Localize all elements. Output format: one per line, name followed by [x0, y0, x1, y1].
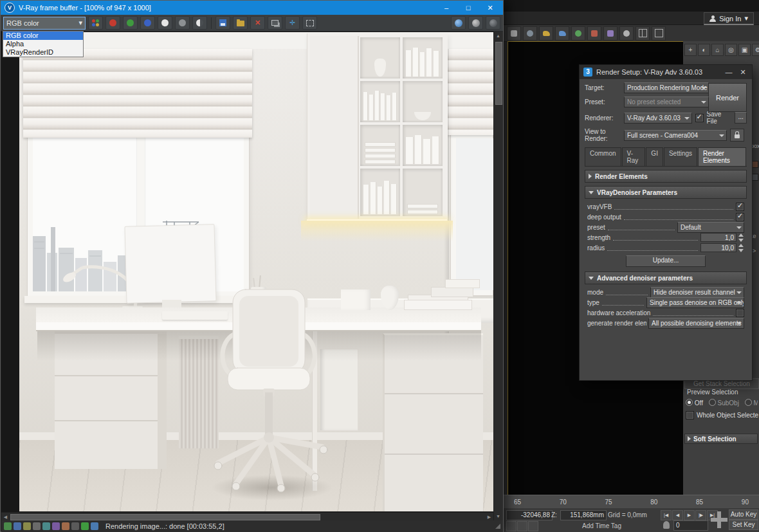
save-image-icon[interactable]	[215, 16, 230, 30]
duplicate-buffer-icon[interactable]	[268, 16, 282, 30]
minimize-icon[interactable]: –	[437, 4, 455, 12]
statusbar-mini-icon[interactable]	[506, 521, 517, 531]
renderer-select[interactable]: V-Ray Adv 3.60.03	[624, 113, 692, 124]
update-button[interactable]: Update...	[626, 255, 706, 267]
vfb-titlebar[interactable]: V V-Ray frame buffer - [100% of 947 x 10…	[1, 1, 503, 15]
dropdown-option-vrayrenderid[interactable]: VRayRenderID	[3, 48, 83, 57]
toolbar-icon[interactable]	[539, 26, 553, 41]
hardware-acceleration-checkbox[interactable]	[736, 309, 744, 317]
status-icon[interactable]	[91, 522, 98, 530]
close-icon[interactable]: ✕	[738, 68, 748, 77]
lock-view-button[interactable]	[730, 129, 744, 142]
green-channel-icon[interactable]	[123, 16, 138, 30]
toolbar-icon[interactable]	[555, 26, 569, 41]
tab-common[interactable]: Common	[585, 147, 621, 166]
vrayvfb-checkbox[interactable]	[736, 203, 744, 211]
status-icon[interactable]	[71, 522, 79, 530]
blue-channel-icon[interactable]	[140, 16, 155, 30]
nav-plus-icon[interactable]	[711, 511, 727, 528]
test-colors-icon[interactable]	[88, 16, 103, 30]
radius-field[interactable]: 10,0	[700, 243, 736, 252]
create-tab-icon[interactable]: +	[684, 44, 697, 56]
next-frame-button[interactable]: |▶	[695, 510, 706, 520]
radio-mul[interactable]	[745, 399, 752, 406]
utilities-tab-icon[interactable]: ⚙	[752, 44, 759, 56]
auto-key-button[interactable]: Auto Key	[729, 509, 758, 520]
prev-frame-button[interactable]: ◀	[672, 510, 683, 520]
target-select[interactable]: Production Rendering Mode	[624, 82, 709, 93]
stop-render-icon[interactable]	[486, 16, 500, 30]
scroll-down-icon[interactable]: ▼	[494, 512, 502, 520]
tab-render-elements[interactable]: Render Elements	[698, 147, 746, 166]
render-setup-titlebar[interactable]: 3 Render Setup: V-Ray Adv 3.60.03 — ✕	[580, 65, 752, 79]
soft-selection-rollout[interactable]: Soft Selection	[684, 434, 758, 444]
denoiser-rollout[interactable]: VRayDenoiser Parameters	[585, 186, 747, 199]
status-icon[interactable]	[33, 522, 41, 530]
render-button[interactable]: Render	[708, 83, 747, 112]
toolbar-icon[interactable]	[603, 26, 617, 41]
display-tab-icon[interactable]: ▣	[738, 44, 751, 56]
hierarchy-tab-icon[interactable]: ⌂	[711, 44, 724, 56]
strength-field[interactable]: 1,0	[700, 233, 736, 242]
add-time-tag-label[interactable]: Add Time Tag	[582, 522, 621, 529]
compare-half-icon[interactable]	[192, 16, 207, 30]
mode-select[interactable]: Hide denoiser result channel	[650, 287, 744, 298]
coordinate-z-field[interactable]: 151,868mm	[560, 510, 607, 520]
status-icon[interactable]	[4, 522, 12, 530]
save-file-checkbox[interactable]	[695, 114, 704, 122]
whole-object-checkbox[interactable]	[686, 411, 694, 419]
tab-gi[interactable]: GI	[646, 147, 663, 166]
toolbar-icon[interactable]	[619, 26, 634, 41]
toolbar-icon[interactable]	[571, 26, 585, 41]
mono-channel-icon[interactable]	[158, 16, 172, 30]
tab-settings[interactable]: Settings	[664, 147, 697, 166]
toolbar-icon[interactable]	[587, 26, 601, 41]
maximize-icon[interactable]: □	[459, 4, 477, 12]
dropdown-option-alpha[interactable]: Alpha	[3, 40, 83, 48]
vertical-scrollbar[interactable]: ▲ ▼	[493, 32, 503, 520]
close-icon[interactable]: ✕	[481, 4, 499, 12]
coordinate-x-field[interactable]: -32046,88	[506, 510, 553, 520]
statusbar-mini-icon[interactable]	[528, 521, 538, 531]
toolbar-icon[interactable]	[523, 26, 537, 41]
tab-vray[interactable]: V-Ray	[622, 147, 646, 166]
preset-select[interactable]: No preset selected	[624, 96, 709, 107]
status-icon[interactable]	[52, 522, 60, 530]
deep-output-checkbox[interactable]	[736, 213, 744, 221]
current-frame-field[interactable]: 0	[673, 520, 708, 531]
statusbar-mini-icon[interactable]	[517, 521, 527, 531]
minimize-icon[interactable]: —	[724, 68, 734, 76]
clear-image-icon[interactable]: ✕	[250, 16, 265, 30]
strength-spinner[interactable]	[737, 233, 744, 243]
view-to-render-select[interactable]: Full screen - Camera004	[624, 130, 727, 141]
go-start-button[interactable]: |◀	[661, 510, 672, 520]
toolbar-icon[interactable]	[636, 26, 650, 41]
advanced-denoiser-rollout[interactable]: Advanced denoiser parameters	[585, 271, 747, 284]
render-last-icon[interactable]	[451, 16, 466, 30]
type-select[interactable]: Single pass denoise on RGB only	[646, 297, 744, 308]
status-icon[interactable]	[23, 522, 31, 530]
browse-button[interactable]: ...	[735, 112, 747, 124]
radius-spinner[interactable]	[737, 243, 744, 253]
horizontal-scroll-thumb[interactable]	[10, 514, 320, 520]
region-render-icon[interactable]	[302, 16, 317, 30]
status-icon[interactable]	[42, 522, 50, 530]
horizontal-scrollbar[interactable]: ◀ ▶	[1, 512, 493, 521]
render-elements-rollout[interactable]: Render Elements	[585, 170, 747, 183]
sign-in-button[interactable]: Sign In ▾	[704, 12, 754, 25]
modify-tab-icon[interactable]: ◐	[698, 44, 710, 56]
status-icon[interactable]	[14, 522, 21, 530]
set-key-button[interactable]: Set Key	[729, 520, 758, 530]
radio-subobj[interactable]	[709, 399, 716, 406]
scroll-up-icon[interactable]: ▲	[494, 32, 502, 40]
generate-elements-select[interactable]: All possible denoising elements	[648, 318, 744, 329]
red-channel-icon[interactable]	[105, 16, 120, 30]
play-button[interactable]: ▶	[684, 510, 695, 520]
status-icon[interactable]	[62, 522, 69, 530]
alpha-channel-icon[interactable]	[175, 16, 190, 30]
vray-options-icon[interactable]	[468, 16, 483, 30]
load-image-icon[interactable]	[233, 16, 248, 30]
motion-tab-icon[interactable]: ◎	[725, 44, 737, 56]
toolbar-icon[interactable]	[652, 26, 666, 41]
toolbar-icon[interactable]	[507, 26, 521, 41]
